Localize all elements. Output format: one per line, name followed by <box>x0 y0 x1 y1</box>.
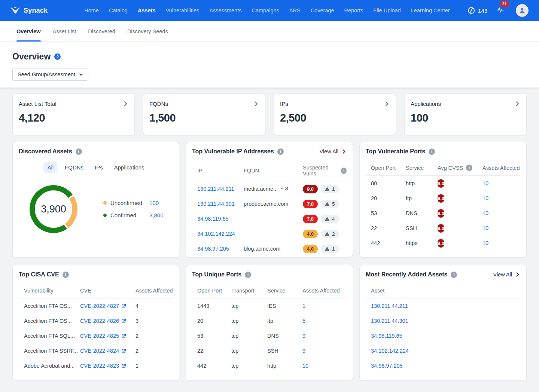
assets-affected-link[interactable]: 9 <box>302 333 347 339</box>
chevron-right-icon[interactable] <box>515 101 520 107</box>
cvss-badge: 9.0 <box>438 239 444 248</box>
section-tabbar: OverviewAsset ListDiscoveredDiscovery Se… <box>0 21 539 42</box>
token-counter[interactable]: 143 <box>468 7 487 14</box>
cve-link[interactable]: CVE-2022-4824 <box>80 348 135 354</box>
assets-affected-link[interactable]: 10 <box>482 210 520 216</box>
cvss-badge: 7.0 <box>303 215 318 223</box>
assets-affected-link[interactable]: 9 <box>302 348 347 354</box>
nav-item[interactable]: Vulnerabilities <box>165 7 199 13</box>
vulnerability-name: Accelilion FTA SSRF... <box>24 348 80 354</box>
synack-logo[interactable]: Synack <box>10 6 48 15</box>
nav-item[interactable]: Campaigns <box>252 7 279 13</box>
view-all-link[interactable]: View All <box>319 148 347 154</box>
info-icon[interactable]: i <box>245 272 251 278</box>
stat-label: IPs <box>280 101 288 107</box>
table-row: Adobe Acrobat and... CVE-2022-4823 1 <box>19 358 173 373</box>
seed-group-filter-dropdown[interactable]: Seed Group/Assesment <box>12 68 88 81</box>
assets-affected-link[interactable]: 5 <box>302 318 347 324</box>
nav-item[interactable]: Assets <box>138 7 156 13</box>
page-header: Overview ? Seed Group/Assesment <box>0 42 539 88</box>
asset-link[interactable]: 130.211.44.211 <box>371 303 520 309</box>
page-title: Overview <box>12 52 51 62</box>
nav-item[interactable]: Reports <box>344 7 363 13</box>
ip-link[interactable]: 34.102.142.224 <box>197 231 244 237</box>
chevron-right-icon[interactable] <box>384 101 390 107</box>
nav-item[interactable]: Catalog <box>109 7 128 13</box>
view-all-link[interactable]: View All <box>493 272 520 278</box>
assets-affected-link[interactable]: 1 <box>302 303 347 309</box>
info-icon[interactable]: i <box>76 148 82 155</box>
view-all-label: View All <box>493 272 512 278</box>
table-body: 130.211.44.211 130.211.44.301 34.98.119.… <box>366 298 520 373</box>
top-vulnerable-ips-card: Top Vulnerable IP Addresses i View All I… <box>186 142 353 258</box>
info-icon[interactable]: i <box>466 165 472 171</box>
assets-affected-link[interactable]: 10 <box>482 180 520 186</box>
discovered-filter-tab[interactable]: Applications <box>110 162 148 173</box>
nav-item[interactable]: File Upload <box>373 7 401 13</box>
asset-link[interactable]: 130.211.44.301 <box>371 318 520 324</box>
section-tab[interactable]: Asset List <box>53 21 76 42</box>
info-icon[interactable]: i <box>63 272 69 278</box>
fqdn-more-link[interactable]: + 3 <box>280 186 288 192</box>
legend-value-link[interactable]: 3,800 <box>149 212 164 218</box>
nav-item[interactable]: Home <box>84 7 99 13</box>
assets-affected-link[interactable]: 10 <box>482 225 520 231</box>
chevron-down-icon <box>79 73 83 77</box>
assets-affected-link[interactable]: 10 <box>482 195 520 201</box>
discovered-filter-tab[interactable]: FQDNs <box>61 162 87 173</box>
stat-value: 2,500 <box>280 112 390 124</box>
help-icon[interactable]: ? <box>54 53 61 60</box>
chevron-right-icon[interactable] <box>123 101 128 107</box>
port-value: 53 <box>371 210 406 216</box>
stat-value: 100 <box>411 112 520 124</box>
discovered-filter-tab[interactable]: IPs <box>91 162 107 173</box>
asset-link[interactable]: 34.98.119.65 <box>371 333 520 339</box>
info-icon[interactable]: i <box>277 148 284 155</box>
section-tab[interactable]: Discovered <box>88 21 115 42</box>
info-icon[interactable]: i <box>429 148 435 155</box>
ip-link[interactable]: 130.211.44.211 <box>197 186 244 192</box>
ip-link[interactable]: 34.98.119.65 <box>197 216 244 222</box>
nav-item[interactable]: Assessments <box>209 7 241 13</box>
transport-value: tcp <box>231 363 267 369</box>
cve-link[interactable]: CVE-2022-4827 <box>80 303 135 309</box>
cvss-badge: 9.0 <box>303 185 318 193</box>
table-body: Accelilion FTA OS... CVE-2022-4827 4 Acc… <box>19 298 173 373</box>
activity-button[interactable]: 21 <box>496 6 505 15</box>
chevron-right-icon <box>341 149 347 154</box>
asset-link[interactable]: 34.102.142.224 <box>371 348 520 354</box>
cve-link[interactable]: CVE-2022-4823 <box>80 363 135 369</box>
info-icon[interactable]: i <box>341 168 347 174</box>
legend-value-link[interactable]: 100 <box>149 200 159 206</box>
stat-card[interactable]: IPs 2,500 <box>274 94 396 135</box>
nav-item[interactable]: Coverage <box>311 7 334 13</box>
service-value: ftp <box>406 195 438 201</box>
assets-affected-value: 2 <box>135 348 173 354</box>
cve-link[interactable]: CVE-2022-4826 <box>80 318 135 324</box>
discovered-filter-tab[interactable]: All <box>43 162 57 173</box>
section-tab[interactable]: Discovery Seeds <box>127 21 168 42</box>
stat-card[interactable]: Asset List Total 4,120 <box>12 94 135 135</box>
assets-affected-link[interactable]: 10 <box>482 240 520 246</box>
middle-cards-row: Discovered Assets i AllFQDNsIPsApplicati… <box>12 142 527 258</box>
legend-item: Unconfirmed 100 <box>103 200 164 206</box>
chevron-right-icon[interactable] <box>253 101 259 107</box>
ip-link[interactable]: 130.211.44.301 <box>197 201 244 207</box>
table-row: 442 https 9.0 10 <box>366 236 520 251</box>
warning-triangle-icon <box>325 247 329 251</box>
cve-link[interactable]: CVE-2022-4825 <box>80 333 135 339</box>
stat-card[interactable]: FQDNs 1,500 <box>143 94 265 135</box>
stat-card[interactable]: Applications 100 <box>404 94 527 135</box>
user-avatar[interactable] <box>516 4 529 17</box>
column-header: Assets Affected <box>482 165 520 171</box>
discovered-assets-donut-chart: 3,900 <box>25 181 82 237</box>
assets-affected-link[interactable]: 10 <box>302 363 347 369</box>
info-icon[interactable]: i <box>451 272 457 278</box>
section-tab[interactable]: Overview <box>16 21 41 42</box>
table-row: 53 DNS 9.0 10 <box>366 206 520 221</box>
table-row: 1443 tcp IES 1 <box>192 298 347 313</box>
nav-item[interactable]: ARS <box>289 7 301 13</box>
ip-link[interactable]: 34.98.97.205 <box>197 246 244 252</box>
asset-link[interactable]: 34.98.97.205 <box>371 363 520 369</box>
nav-item[interactable]: Learning Center <box>411 7 450 13</box>
